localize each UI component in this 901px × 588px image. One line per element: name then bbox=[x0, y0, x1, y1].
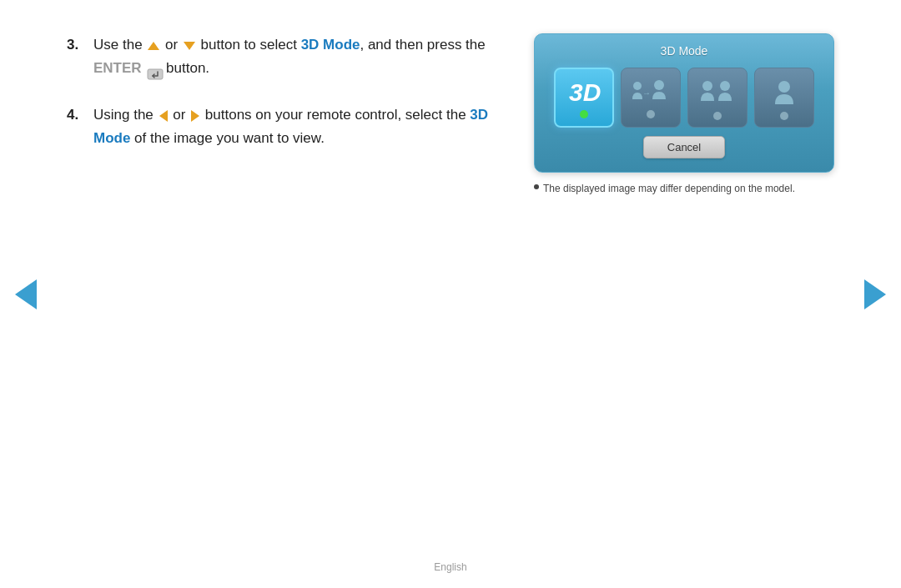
mode-cell-3d: 3D bbox=[554, 68, 614, 128]
3d-mode-highlight-2: 3D Mode bbox=[93, 107, 488, 146]
mode-dot-3d bbox=[580, 110, 588, 118]
mode-dot-2d3d bbox=[647, 110, 655, 118]
mode-cell-tb bbox=[754, 68, 814, 128]
svg-text:→: → bbox=[642, 88, 651, 98]
mode-icon-2d3d[interactable]: → bbox=[621, 68, 681, 128]
arrow-up-icon bbox=[148, 42, 159, 50]
svg-point-7 bbox=[778, 81, 790, 93]
svg-text:3D: 3D bbox=[569, 78, 601, 106]
mode-icon-3d[interactable]: 3D bbox=[554, 68, 614, 128]
cancel-button-row: Cancel bbox=[546, 136, 822, 158]
tb-icon-svg bbox=[762, 76, 807, 109]
sbs-icon-svg bbox=[695, 76, 740, 109]
svg-point-5 bbox=[702, 81, 712, 91]
step-4-text: Using the or buttons on your remote cont… bbox=[93, 103, 501, 150]
panel-title: 3D Mode bbox=[546, 44, 822, 58]
step-4: 4. Using the or buttons on your remote c… bbox=[67, 103, 501, 150]
arrow-right-inline-icon bbox=[191, 110, 199, 122]
panel-area: 3D Mode 3D bbox=[534, 25, 834, 196]
step-4-number: 4. bbox=[67, 103, 90, 126]
arrow-down-icon bbox=[184, 42, 195, 50]
step-3-text: Use the or button to select 3D Mode, and… bbox=[93, 33, 501, 80]
3d-mode-highlight-1: 3D Mode bbox=[301, 37, 360, 53]
mode-icons-row: 3D → bbox=[546, 68, 822, 128]
mode-icon-sbs[interactable] bbox=[687, 68, 747, 128]
mode-cell-2d3d: → bbox=[621, 68, 681, 128]
instructions-panel: 3. Use the or button to select 3D Mode, … bbox=[67, 25, 501, 196]
svg-rect-0 bbox=[148, 69, 163, 79]
enter-icon bbox=[147, 64, 162, 74]
mode-dot-sbs bbox=[713, 112, 722, 120]
arrow-left-inline-icon bbox=[159, 110, 168, 122]
2d3d-icon-svg: → bbox=[627, 78, 674, 108]
svg-point-6 bbox=[720, 81, 730, 91]
mode-panel: 3D Mode 3D bbox=[534, 33, 834, 173]
cancel-button[interactable]: Cancel bbox=[643, 136, 725, 158]
nav-next-button[interactable] bbox=[864, 279, 886, 309]
mode-icon-tb[interactable] bbox=[754, 68, 814, 128]
svg-point-2 bbox=[633, 82, 642, 90]
mode-dot-tb bbox=[780, 112, 788, 120]
mode-cell-sbs bbox=[687, 68, 747, 128]
bullet-icon bbox=[534, 184, 539, 189]
3d-icon-svg: 3D bbox=[565, 78, 603, 108]
step-3-number: 3. bbox=[67, 33, 90, 56]
panel-note: The displayed image may differ depending… bbox=[534, 181, 834, 196]
svg-point-4 bbox=[654, 80, 664, 90]
nav-prev-button[interactable] bbox=[15, 279, 37, 309]
step-3: 3. Use the or button to select 3D Mode, … bbox=[67, 33, 501, 80]
enter-label: ENTER bbox=[93, 60, 142, 76]
panel-note-text: The displayed image may differ depending… bbox=[543, 181, 795, 196]
footer-language: English bbox=[434, 561, 466, 573]
